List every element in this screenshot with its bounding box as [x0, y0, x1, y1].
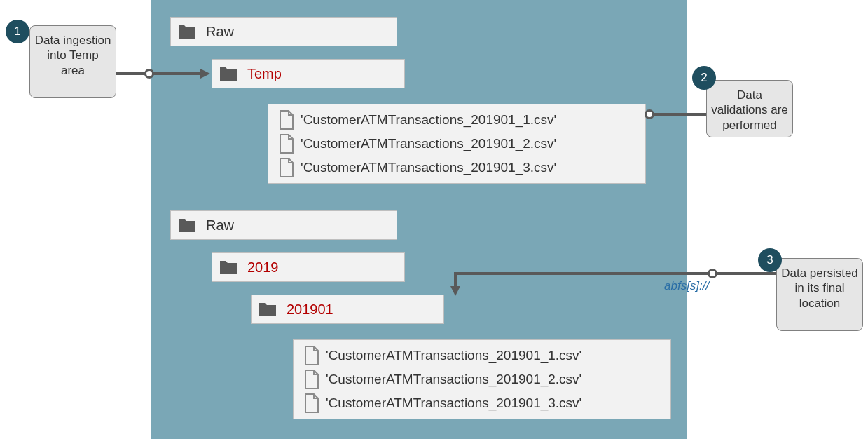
file-list-final: 'CustomerATMTransactions_201901_1.csv' '…	[293, 339, 671, 419]
folder-label: Raw	[206, 24, 234, 40]
connector-line	[153, 72, 202, 75]
step-number-badge: 3	[758, 248, 782, 272]
folder-icon	[178, 216, 199, 234]
step-number-badge: 2	[692, 66, 716, 90]
file-item: 'CustomerATMTransactions_201901_1.csv'	[278, 110, 635, 130]
connector-line	[653, 113, 706, 116]
callout-persist: Data persisted in its final location	[776, 258, 863, 331]
folder-temp: Temp	[212, 59, 405, 88]
callout-ingestion: Data ingestion into Temp area	[29, 25, 116, 98]
folder-icon	[259, 300, 280, 318]
file-icon	[278, 158, 294, 177]
callout-text: Data ingestion into Temp area	[35, 34, 111, 77]
file-name: 'CustomerATMTransactions_201901_1.csv'	[301, 112, 556, 128]
folder-icon	[219, 65, 240, 83]
folder-raw-bottom: Raw	[170, 210, 397, 240]
folder-label: 2019	[247, 259, 279, 276]
folder-label: Raw	[206, 217, 234, 234]
arrowhead-down-icon	[450, 286, 462, 297]
connector-line	[454, 272, 709, 275]
folder-icon	[178, 22, 199, 41]
file-list-temp: 'CustomerATMTransactions_201901_1.csv' '…	[268, 104, 646, 184]
file-item: 'CustomerATMTransactions_201901_1.csv'	[303, 346, 661, 365]
file-icon	[303, 393, 319, 413]
protocol-label: abfs[s]://	[664, 279, 709, 293]
step-number-badge: 1	[6, 20, 29, 43]
file-item: 'CustomerATMTransactions_201901_2.csv'	[303, 370, 661, 389]
file-name: 'CustomerATMTransactions_201901_1.csv'	[326, 348, 581, 363]
connector-line	[116, 72, 146, 75]
callout-text: Data persisted in its final location	[781, 266, 858, 310]
file-name: 'CustomerATMTransactions_201901_3.csv'	[301, 160, 556, 175]
file-name: 'CustomerATMTransactions_201901_3.csv'	[326, 396, 581, 411]
arrowhead-right-icon	[200, 69, 212, 80]
folder-raw-top: Raw	[170, 17, 397, 46]
folder-label: 201901	[287, 302, 333, 318]
file-item: 'CustomerATMTransactions_201901_2.csv'	[278, 134, 635, 154]
file-name: 'CustomerATMTransactions_201901_2.csv'	[301, 136, 556, 151]
folder-year: 2019	[212, 252, 405, 282]
callout-text: Data validations are performed	[711, 88, 788, 132]
file-item: 'CustomerATMTransactions_201901_3.csv'	[278, 158, 635, 177]
folder-icon	[219, 258, 240, 276]
connector-line	[716, 272, 776, 275]
callout-validation: Data validations are performed	[706, 80, 793, 137]
folder-month: 201901	[251, 295, 444, 324]
file-name: 'CustomerATMTransactions_201901_2.csv'	[326, 372, 581, 387]
file-item: 'CustomerATMTransactions_201901_3.csv'	[303, 393, 661, 413]
folder-label: Temp	[247, 66, 282, 82]
file-icon	[303, 370, 319, 389]
file-icon	[278, 110, 294, 130]
file-icon	[278, 134, 294, 154]
file-icon	[303, 346, 319, 365]
